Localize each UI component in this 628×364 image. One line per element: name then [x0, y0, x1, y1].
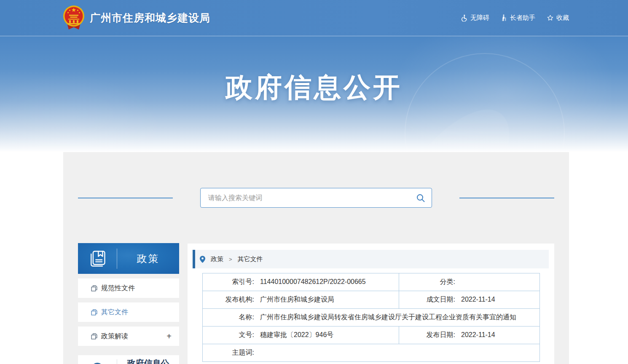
- name-label: 名称:: [203, 313, 254, 322]
- banner: 政府信息公开: [0, 36, 628, 152]
- document-copy-icon: [91, 333, 97, 340]
- main-panel: 政策 > 其它文件 索引号:11440100007482612P/2022-00…: [188, 244, 554, 364]
- favorite-link[interactable]: 收藏: [547, 14, 569, 22]
- site-title: 广州市住房和城乡建设局: [90, 11, 210, 25]
- name-value: 广州市住房和城乡建设局转发省住房城乡建设厅关于建设工程企业资质有关事宜的通知: [260, 313, 516, 321]
- accessibility-icon: [461, 14, 468, 21]
- index-number-label: 索引号:: [203, 278, 254, 286]
- national-emblem-logo: [62, 5, 86, 32]
- page-title: 政府信息公开: [0, 69, 628, 106]
- sidebar-section-gov-info[interactable]: 政府信息公开: [78, 355, 179, 364]
- table-row: 索引号:11440100007482612P/2022-00665 分类:: [203, 273, 540, 291]
- breadcrumb-item-policy[interactable]: 政策: [211, 255, 223, 263]
- table-row: 名称:广州市住房和城乡建设局转发省住房城乡建设厅关于建设工程企业资质有关事宜的通…: [203, 309, 540, 327]
- written-date-value: 2022-11-14: [461, 296, 495, 303]
- book-icon: [78, 249, 117, 268]
- sidebar-item-normative-documents[interactable]: 规范性文件: [78, 278, 179, 298]
- document-detail-table: 索引号:11440100007482612P/2022-00665 分类: 发布…: [202, 273, 540, 362]
- sidebar-section-gov-info-title: 政府信息公开: [117, 358, 179, 364]
- sidebar-item-policy-interpretation[interactable]: 政策解读 +: [78, 327, 179, 346]
- left-divider-line: [78, 198, 173, 198]
- publish-date-label: 发布日期:: [399, 331, 455, 340]
- content-container: 政策 规范性文件 其它文件: [63, 152, 569, 364]
- sidebar-section-policy-title: 政策: [117, 252, 179, 265]
- top-bar: 广州市住房和城乡建设局 无障碍: [0, 0, 628, 36]
- table-row: 文号:穗建审批〔2022〕946号 发布日期:2022-11-14: [203, 327, 540, 344]
- keywords-label: 主题词:: [203, 348, 254, 357]
- breadcrumb: 政策 > 其它文件: [193, 250, 549, 268]
- search-icon: [416, 193, 425, 203]
- breadcrumb-separator: >: [229, 256, 232, 262]
- doc-number-value: 穗建审批〔2022〕946号: [260, 331, 333, 338]
- sidebar-item-other-documents[interactable]: 其它文件: [78, 302, 179, 322]
- top-links: 无障碍 长者助手 收藏: [461, 14, 569, 22]
- publisher-value: 广州市住房和城乡建设局: [260, 296, 334, 303]
- document-copy-icon: [91, 285, 97, 292]
- written-date-label: 成文日期:: [399, 295, 455, 304]
- sidebar: 政策 规范性文件 其它文件: [78, 243, 179, 364]
- index-number-value: 11440100007482612P/2022-00665: [260, 278, 366, 285]
- info-circle-icon: [78, 362, 117, 364]
- breadcrumb-item-other-documents: 其它文件: [238, 255, 263, 263]
- table-row: 主题词:: [203, 344, 540, 362]
- search-button[interactable]: [415, 193, 426, 203]
- search-input[interactable]: [200, 188, 432, 208]
- publish-date-value: 2022-11-14: [461, 331, 495, 338]
- table-row: 发布机构:广州市住房和城乡建设局 成文日期:2022-11-14: [203, 291, 540, 309]
- doc-number-label: 文号:: [203, 331, 254, 340]
- expand-plus-icon[interactable]: +: [166, 332, 172, 340]
- accessibility-link[interactable]: 无障碍: [461, 14, 489, 22]
- publisher-label: 发布机构:: [203, 295, 254, 304]
- location-pin-icon: [200, 256, 205, 263]
- star-icon: [547, 14, 554, 21]
- search-section: [78, 188, 554, 208]
- search-box: [200, 188, 432, 208]
- elderly-assist-icon: [501, 14, 507, 21]
- category-label: 分类:: [399, 278, 455, 286]
- right-divider-line: [459, 198, 554, 198]
- elderly-assist-link[interactable]: 长者助手: [501, 14, 535, 22]
- sidebar-section-policy[interactable]: 政策: [78, 243, 179, 274]
- document-copy-icon: [91, 309, 97, 316]
